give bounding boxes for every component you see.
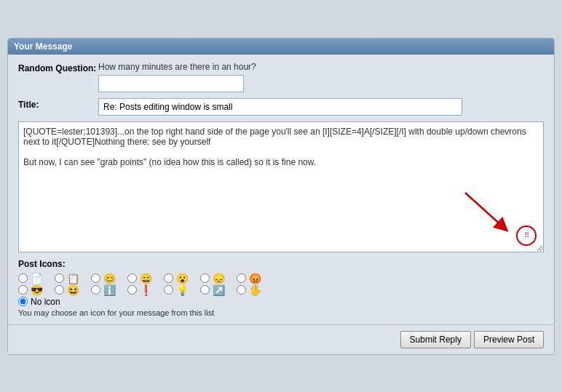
icon-radio-10[interactable]: [91, 285, 100, 295]
post-icons-section: Post Icons: 📄 📋 😊 😄: [18, 259, 544, 317]
title-label: Title:: [18, 98, 98, 110]
icon-emoji-2: 📋: [67, 273, 79, 284]
icon-item-9[interactable]: 😆: [55, 285, 79, 295]
footer-bar: Submit Reply Preview Post: [8, 324, 554, 354]
icon-radio-4[interactable]: [127, 273, 137, 283]
icon-emoji-13: ↗️: [213, 285, 225, 295]
random-question-prompt: How many minutes are there in an hour?: [98, 62, 256, 72]
icon-radio-2[interactable]: [55, 273, 64, 283]
icon-item-4[interactable]: 😄: [127, 273, 152, 284]
icon-item-11[interactable]: ❗: [127, 285, 152, 295]
icon-radio-6[interactable]: [200, 273, 210, 283]
panel-body: Random Question: How many minutes are th…: [8, 55, 554, 324]
icon-emoji-12: 💡: [176, 285, 189, 295]
icon-emoji-8: 😎: [31, 285, 43, 295]
icon-item-6[interactable]: 😞: [200, 273, 225, 284]
post-icons-label: Post Icons:: [18, 259, 544, 269]
icon-item-5[interactable]: 😮: [164, 273, 189, 284]
icon-item-2[interactable]: 📋: [55, 273, 79, 284]
no-icon-item[interactable]: No icon: [18, 297, 60, 307]
icon-radio-3[interactable]: [91, 273, 100, 283]
no-icon-radio[interactable]: [18, 297, 28, 306]
icon-radio-5[interactable]: [164, 273, 173, 283]
panel-header: Your Message: [8, 39, 554, 55]
icon-emoji-1: 📄: [31, 273, 43, 284]
message-panel: Your Message Random Question: How many m…: [7, 38, 555, 355]
icon-item-12[interactable]: 💡: [164, 285, 189, 295]
title-row: Title:: [18, 98, 544, 116]
icon-item-10[interactable]: ℹ️: [91, 285, 116, 295]
no-icon-row: No icon: [18, 297, 544, 307]
icon-item-13[interactable]: ↗️: [200, 285, 225, 295]
icon-radio-8[interactable]: [18, 285, 28, 295]
icon-item-14[interactable]: 🖐️: [237, 285, 261, 295]
submit-reply-button[interactable]: Submit Reply: [400, 331, 471, 348]
icon-radio-14[interactable]: [237, 285, 246, 295]
preview-post-button[interactable]: Preview Post: [474, 331, 544, 348]
icon-item-1[interactable]: 📄: [18, 273, 43, 284]
icon-emoji-11: ❗: [140, 285, 152, 295]
message-textarea[interactable]: [QUOTE=lester;101393]...on the top right…: [18, 121, 544, 252]
panel-title: Your Message: [14, 41, 72, 52]
icon-emoji-6: 😞: [213, 273, 225, 284]
icon-helper-text: You may choose an icon for your message …: [18, 308, 544, 317]
icon-emoji-10: ℹ️: [103, 285, 116, 295]
random-question-row: Random Question: How many minutes are th…: [18, 62, 544, 92]
no-icon-label: No icon: [31, 297, 60, 307]
icon-row-2: 😎 😆 ℹ️ ❗ 💡: [18, 285, 544, 295]
icon-radio-11[interactable]: [127, 285, 137, 295]
icon-radio-12[interactable]: [164, 285, 173, 295]
icon-radio-1[interactable]: [18, 273, 28, 283]
random-question-input[interactable]: [98, 75, 244, 92]
icon-emoji-9: 😆: [67, 285, 79, 295]
icon-radio-13[interactable]: [200, 285, 210, 295]
icon-radio-7[interactable]: [237, 273, 246, 283]
icon-emoji-3: 😊: [103, 273, 116, 284]
random-question-field-group: How many minutes are there in an hour?: [98, 62, 256, 92]
random-question-label: Random Question:: [18, 62, 98, 73]
icon-item-8[interactable]: 😎: [18, 285, 43, 295]
icon-emoji-14: 🖐️: [249, 285, 261, 295]
icon-item-3[interactable]: 😊: [91, 273, 116, 284]
message-wrapper: [QUOTE=lester;101393]...on the top right…: [18, 121, 544, 255]
icon-emoji-5: 😮: [176, 273, 189, 284]
icon-emoji-4: 😄: [140, 273, 152, 284]
icon-row-1: 📄 📋 😊 😄 😮: [18, 273, 544, 284]
icon-item-7[interactable]: 😡: [237, 273, 261, 284]
title-input[interactable]: [98, 98, 462, 116]
icon-emoji-7: 😡: [249, 273, 261, 284]
icon-radio-9[interactable]: [55, 285, 64, 295]
